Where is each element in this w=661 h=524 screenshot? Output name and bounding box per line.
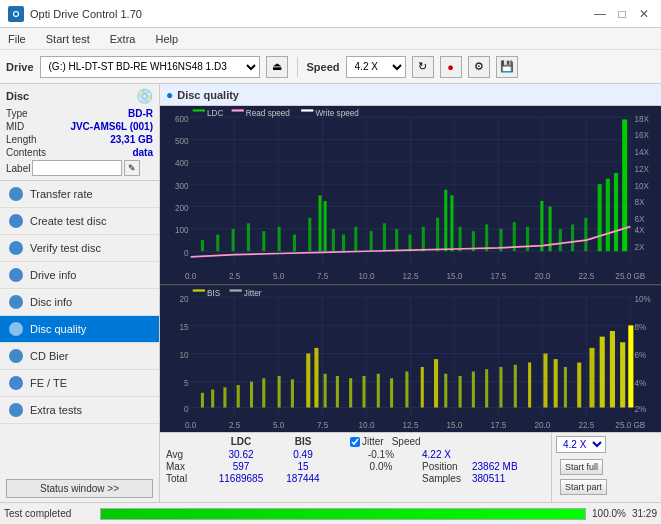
- menu-start-test[interactable]: Start test: [42, 31, 94, 47]
- svg-rect-117: [377, 374, 380, 408]
- refresh-button[interactable]: ↻: [412, 56, 434, 78]
- minimize-button[interactable]: —: [591, 5, 609, 23]
- total-bis: 187444: [272, 473, 334, 484]
- svg-text:18X: 18X: [634, 113, 649, 123]
- avg-ldc: 30.62: [210, 449, 272, 460]
- sidebar-item-disc-quality[interactable]: Disc quality: [0, 316, 159, 343]
- drive-info-label: Drive info: [30, 269, 76, 281]
- stats-left-part: LDC BIS Jitter Speed Avg 30.62: [160, 433, 551, 502]
- svg-text:14X: 14X: [634, 147, 649, 157]
- svg-rect-129: [543, 353, 547, 407]
- toolbar: Drive (G:) HL-DT-ST BD-RE WH16NS48 1.D3 …: [0, 50, 661, 84]
- svg-rect-120: [421, 367, 424, 408]
- app-window: O Opti Drive Control 1.70 — □ ✕ File Sta…: [0, 0, 661, 524]
- disc-type-value: BD-R: [128, 108, 153, 119]
- svg-text:5.0: 5.0: [273, 271, 285, 281]
- disc-mid-value: JVC-AMS6L (001): [70, 121, 153, 132]
- svg-rect-51: [606, 179, 610, 252]
- svg-text:0.0: 0.0: [185, 419, 197, 429]
- sidebar-item-cd-bier[interactable]: CD Bier: [0, 343, 159, 370]
- cd-bier-icon: [8, 348, 24, 364]
- speed-select[interactable]: 4.2 X: [346, 56, 406, 78]
- svg-rect-127: [514, 365, 517, 408]
- disc-label-button[interactable]: ✎: [124, 160, 140, 176]
- svg-rect-124: [472, 371, 475, 407]
- progress-track: [100, 508, 586, 520]
- svg-text:2X: 2X: [634, 242, 644, 252]
- stats-right-part: 4.2 X Start full Start part: [551, 433, 661, 502]
- start-part-button[interactable]: Start part: [560, 479, 607, 495]
- svg-rect-123: [459, 376, 462, 408]
- svg-rect-128: [528, 362, 531, 407]
- svg-rect-33: [395, 229, 398, 251]
- svg-text:20.0: 20.0: [534, 271, 550, 281]
- svg-rect-45: [540, 201, 543, 251]
- sidebar-item-create-test-disc[interactable]: Create test disc: [0, 208, 159, 235]
- app-title: Opti Drive Control 1.70: [30, 8, 142, 20]
- svg-rect-36: [436, 218, 439, 252]
- total-ldc: 11689685: [210, 473, 272, 484]
- svg-rect-105: [223, 387, 226, 407]
- progress-bar-container: Test completed 100.0% 31:29: [0, 502, 661, 524]
- menu-extra[interactable]: Extra: [106, 31, 140, 47]
- settings-button[interactable]: ⚙: [468, 56, 490, 78]
- svg-rect-106: [237, 385, 240, 408]
- drive-select[interactable]: (G:) HL-DT-ST BD-RE WH16NS48 1.D3: [40, 56, 260, 78]
- start-full-button[interactable]: Start full: [560, 459, 603, 475]
- svg-rect-161: [230, 289, 242, 291]
- speed-label: Speed: [307, 61, 340, 73]
- position-val: 23862 MB: [472, 461, 527, 472]
- speed-dropdown-select[interactable]: 4.2 X: [556, 436, 606, 453]
- svg-rect-133: [589, 348, 594, 408]
- disc-label-input[interactable]: [32, 160, 122, 176]
- disc-mid-label: MID: [6, 121, 24, 132]
- disc-mid-row: MID JVC-AMS6L (001): [6, 121, 153, 132]
- svg-rect-31: [370, 231, 373, 251]
- svg-rect-23: [278, 227, 281, 252]
- svg-rect-48: [571, 224, 574, 251]
- cd-bier-label: CD Bier: [30, 350, 69, 362]
- sidebar-item-transfer-rate[interactable]: Transfer rate: [0, 181, 159, 208]
- maximize-button[interactable]: □: [613, 5, 631, 23]
- sidebar-item-drive-info[interactable]: Drive info: [0, 262, 159, 289]
- status-window-button[interactable]: Status window >>: [6, 479, 153, 498]
- sidebar-item-disc-info[interactable]: Disc info: [0, 289, 159, 316]
- menubar: File Start test Extra Help: [0, 28, 661, 50]
- disc-header: Disc 💿: [6, 88, 153, 104]
- samples-label: Samples: [422, 473, 472, 484]
- svg-rect-119: [405, 371, 408, 407]
- col-headers: LDC BIS Jitter Speed: [166, 436, 545, 447]
- svg-text:22.5: 22.5: [578, 419, 594, 429]
- max-row: Max 597 15 0.0% Position 23862 MB: [166, 461, 545, 472]
- burn-button[interactable]: ●: [440, 56, 462, 78]
- max-ldc: 597: [210, 461, 272, 472]
- jitter-checkbox[interactable]: [350, 437, 360, 447]
- svg-text:10.0: 10.0: [359, 271, 375, 281]
- svg-rect-111: [306, 353, 310, 407]
- disc-quality-label: Disc quality: [30, 323, 86, 335]
- sidebar-item-extra-tests[interactable]: Extra tests: [0, 397, 159, 424]
- svg-text:LDC: LDC: [207, 108, 223, 118]
- menu-file[interactable]: File: [4, 31, 30, 47]
- avg-bis: 0.49: [272, 449, 334, 460]
- svg-rect-81: [193, 109, 205, 111]
- svg-rect-113: [324, 374, 327, 408]
- svg-rect-109: [278, 376, 281, 408]
- stats-bottom-bar: LDC BIS Jitter Speed Avg 30.62: [160, 432, 661, 502]
- svg-text:300: 300: [175, 180, 189, 190]
- svg-text:4%: 4%: [634, 378, 646, 388]
- drive-info-icon: [8, 267, 24, 283]
- save-button[interactable]: 💾: [496, 56, 518, 78]
- svg-rect-28: [332, 229, 335, 251]
- progress-percent: 100.0%: [592, 508, 626, 519]
- svg-rect-116: [362, 376, 365, 408]
- fe-te-icon: [8, 375, 24, 391]
- close-button[interactable]: ✕: [635, 5, 653, 23]
- svg-rect-107: [250, 381, 253, 407]
- menu-help[interactable]: Help: [151, 31, 182, 47]
- sidebar-item-fe-te[interactable]: FE / TE: [0, 370, 159, 397]
- eject-button[interactable]: ⏏: [266, 56, 288, 78]
- sidebar-item-verify-test-disc[interactable]: Verify test disc: [0, 235, 159, 262]
- svg-text:7.5: 7.5: [317, 271, 329, 281]
- disc-type-label: Type: [6, 108, 28, 119]
